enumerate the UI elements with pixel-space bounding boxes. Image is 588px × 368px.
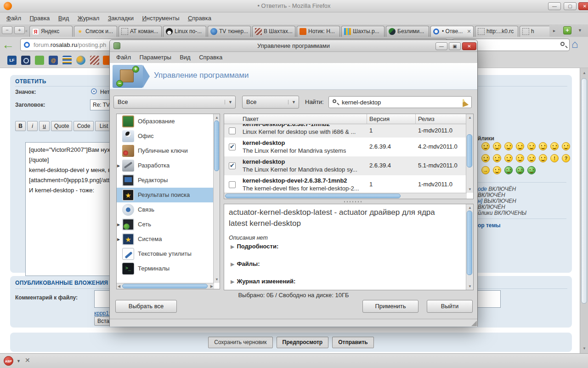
rpm-menu-help[interactable]: Справка (199, 52, 222, 63)
scrollbar-thumb[interactable] (225, 194, 401, 198)
tab-yandex[interactable]: Я Яндекс (29, 26, 73, 37)
underline-button[interactable]: u (39, 121, 50, 131)
smiley-icon[interactable] (493, 154, 501, 162)
smiley-icon[interactable] (504, 154, 513, 162)
select-all-button[interactable]: Выбрать все (115, 300, 177, 313)
details-section[interactable]: ▶Подробности: (231, 243, 278, 250)
code-button[interactable]: Code (74, 121, 94, 131)
green-smiley-icon[interactable] (504, 166, 513, 174)
scroll-tabs-right-icon[interactable]: ▸ (553, 28, 555, 33)
table-vscrollbar[interactable]: ▲ ▼ (466, 114, 473, 193)
tab-v-shahtah[interactable]: В Шахтах... (252, 26, 295, 37)
scrollbar-thumb[interactable] (122, 284, 208, 288)
scroll-down-icon[interactable]: ▼ (582, 346, 586, 351)
pane-splitter[interactable] (224, 199, 474, 204)
menu-edit[interactable]: Правка (29, 12, 50, 24)
tabgroup-minus-button[interactable]: − (2, 26, 12, 34)
save-draft-button[interactable]: Сохранить черновик (208, 337, 272, 348)
menu-tools[interactable]: Инструменты (142, 12, 179, 24)
category-education[interactable]: ▶ Образование (117, 114, 213, 129)
home-button[interactable]: ⌂ (571, 38, 578, 51)
category-public-keys[interactable]: ▶ Публичные ключи (117, 144, 213, 158)
tab-spisok[interactable]: ★ Список и... (74, 26, 117, 37)
menu-file[interactable]: Файл (6, 12, 21, 24)
smiley-icon[interactable] (539, 142, 547, 150)
minimize-button[interactable]: — (548, 2, 561, 10)
package-checkbox[interactable] (229, 181, 236, 188)
category-text-tools[interactable]: ▶ Текстовые утилиты (117, 247, 213, 261)
tab-partial[interactable]: h (520, 26, 549, 37)
menu-view[interactable]: Вид (58, 12, 69, 24)
bookmark-striped-icon[interactable] (90, 56, 99, 65)
uberg33k-smiley-icon[interactable] (527, 166, 536, 174)
bookmark-chevron-icon[interactable] (62, 56, 72, 65)
rpmdrake-maximize-button[interactable]: ▣ (449, 42, 461, 50)
resize-grip[interactable] (471, 321, 477, 326)
smiley-icon[interactable] (516, 154, 524, 162)
smiley-icon[interactable] (527, 154, 536, 162)
table-row[interactable]: kernel-desktop The Linux Kernel for Mand… (224, 156, 466, 175)
italic-button[interactable]: i (27, 121, 38, 131)
rpmdrake-close-button[interactable]: ✕ (462, 42, 476, 50)
category-office[interactable]: ▶ Офис (117, 129, 213, 144)
package-state-dropdown[interactable]: Все▼ (242, 96, 299, 109)
category-development[interactable]: ▶ Разработка (117, 158, 213, 173)
bookmark-people-icon[interactable] (76, 56, 85, 65)
table-row[interactable]: kernel-desktop The Linux Kernel for Mand… (224, 138, 466, 156)
smiley-icon[interactable] (539, 154, 547, 162)
arrow-smiley-icon[interactable] (481, 166, 490, 174)
scrollbar-thumb[interactable] (467, 211, 472, 275)
tab-notik[interactable]: Нотик: Н... (297, 26, 340, 37)
smiley-icon[interactable] (493, 142, 501, 150)
bold-button[interactable]: B (15, 121, 26, 131)
tabgroup-plus-button[interactable]: + (14, 26, 25, 34)
table-hscrollbar[interactable] (224, 193, 467, 199)
tab-otvetit-active[interactable]: • Отве... ✕ (430, 26, 474, 37)
smiley-icon[interactable] (493, 166, 501, 174)
bookmark-green-icon[interactable] (35, 56, 44, 65)
quit-button[interactable]: Выйти (427, 300, 473, 313)
tab-at-koman[interactable]: АТ коман... (119, 26, 162, 37)
category-network[interactable]: ▶ Сеть (117, 217, 213, 232)
column-package[interactable]: Пакет (243, 115, 259, 122)
bookmark-swirl-icon[interactable] (21, 56, 30, 65)
smiley-icon[interactable] (481, 154, 490, 162)
category-search-results[interactable]: ▶ Результаты поиска (117, 188, 213, 202)
files-section[interactable]: ▶Файлы: (231, 260, 260, 267)
category-hscrollbar[interactable]: ◀ ▶ (117, 283, 214, 289)
icon-none-radio[interactable] (91, 88, 97, 94)
package-checkbox[interactable] (229, 162, 236, 169)
clear-search-icon[interactable] (460, 98, 469, 107)
scrollbar-thumb[interactable] (214, 121, 219, 171)
geek-smiley-icon[interactable] (516, 166, 524, 174)
category-terminals[interactable]: ▶ Терминалы (117, 261, 213, 276)
category-system[interactable]: ▶ Система (117, 232, 213, 247)
menu-history[interactable]: Журнал (78, 12, 99, 24)
smiley-icon[interactable] (516, 142, 524, 150)
column-version[interactable]: Версия (369, 115, 390, 122)
smiley-icon[interactable] (527, 142, 536, 150)
details-vscrollbar[interactable]: ▲ ▼ (466, 204, 473, 290)
bookmark-lf-icon[interactable]: LF (7, 56, 17, 65)
rpmdrake-titlebar[interactable]: Управление программами — ▣ ✕ (110, 40, 477, 52)
rpm-menu-options[interactable]: Параметры (139, 52, 171, 63)
smiley-icon[interactable] (481, 142, 490, 150)
smiley-icon[interactable] (562, 142, 570, 150)
package-checkbox[interactable] (229, 127, 236, 134)
adblock-dropdown-icon[interactable]: ▼ (17, 359, 21, 363)
table-row[interactable]: kernel-desktop-devel-2.6.38.7-1mnb2 The … (224, 175, 466, 193)
category-communication[interactable]: ▶ Связь (117, 202, 213, 217)
table-header[interactable]: Пакет Версия Релиз (224, 114, 466, 124)
page-scrollbar[interactable]: ▲ ▼ (580, 68, 588, 353)
back-button[interactable]: ← (2, 38, 14, 52)
tab-linux[interactable]: Linux по-... (163, 26, 206, 37)
rpm-menu-file[interactable]: Файл (116, 52, 131, 63)
package-checkbox[interactable] (229, 144, 236, 150)
tab-tv-tuner[interactable]: TV тюнер... (208, 26, 251, 37)
tab-shahty[interactable]: Шахты.р... (341, 26, 384, 37)
question-smiley-icon[interactable] (562, 154, 570, 162)
scrollbar-thumb[interactable] (581, 78, 587, 304)
smiley-icon[interactable] (550, 142, 559, 150)
tab-http-k0rc[interactable]: http:...k0.rc (475, 26, 518, 37)
bookmark-mail-icon[interactable]: @ (49, 56, 58, 65)
